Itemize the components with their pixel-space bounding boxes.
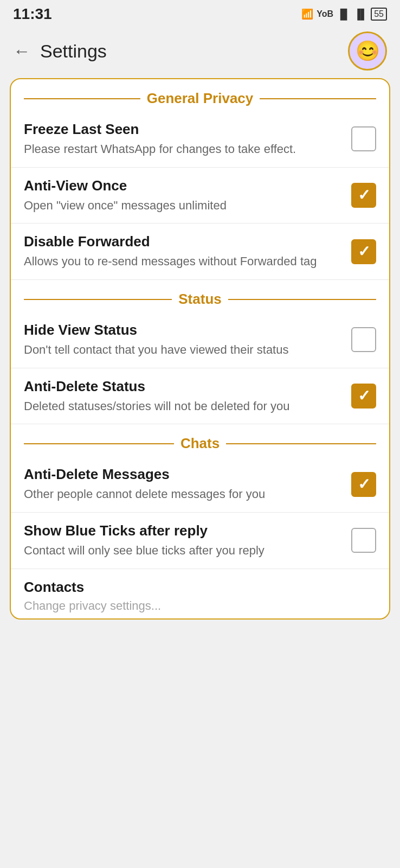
top-bar-left: ← Settings [13, 41, 107, 62]
setting-name: Anti-View Once [24, 177, 340, 194]
avatar[interactable]: 😊 [348, 31, 387, 71]
section-chats: Chats [11, 424, 389, 456]
signal1-icon: ▐▌ [337, 9, 351, 20]
setting-disable-forwarded: Disable Forwarded Allows you to re-send … [11, 224, 389, 280]
battery-icon: 55 [371, 8, 387, 21]
setting-name: Anti-Delete Status [24, 378, 340, 395]
setting-hide-view-status: Hide View Status Don't tell contact that… [11, 312, 389, 368]
setting-anti-delete-messages: Anti-Delete Messages Other people cannot… [11, 456, 389, 513]
section-line-right [226, 443, 376, 444]
section-title-chats: Chats [180, 435, 220, 452]
setting-text: Freeze Last Seen Please restart WhatsApp… [24, 121, 351, 157]
checkbox-disable-forwarded[interactable] [351, 239, 376, 264]
setting-text: Anti-Delete Status Deleted statuses/stor… [24, 378, 351, 414]
checkbox-freeze-last-seen[interactable] [351, 126, 376, 151]
section-line-left [24, 98, 140, 99]
setting-name: Freeze Last Seen [24, 121, 340, 138]
signal2-icon: ▐▌ [354, 9, 368, 20]
back-button[interactable]: ← [13, 41, 30, 61]
setting-text: Show Blue Ticks after reply Contact will… [24, 522, 351, 559]
top-bar: ← Settings 😊 [0, 26, 400, 78]
checkbox-hide-view-status[interactable] [351, 327, 376, 352]
setting-show-blue-ticks: Show Blue Ticks after reply Contact will… [11, 513, 389, 569]
setting-desc: Deleted statuses/stories will not be del… [24, 398, 340, 414]
setting-anti-view-once: Anti-View Once Open "view once" messages… [11, 168, 389, 224]
setting-text: Anti-View Once Open "view once" messages… [24, 177, 351, 214]
setting-name: Disable Forwarded [24, 233, 340, 250]
main-card: General Privacy Freeze Last Seen Please … [10, 78, 390, 620]
checkbox-anti-view-once[interactable] [351, 183, 376, 208]
setting-desc: Don't tell contact that you have viewed … [24, 342, 340, 358]
wifi-icon: 📶 [301, 8, 313, 20]
section-general-privacy: General Privacy [11, 79, 389, 111]
setting-text: Disable Forwarded Allows you to re-send … [24, 233, 351, 270]
setting-desc: Open "view once" messages unlimited [24, 197, 340, 214]
contacts-title: Contacts [24, 579, 376, 596]
setting-text: Anti-Delete Messages Other people cannot… [24, 466, 351, 502]
setting-desc: Please restart WhatsApp for changes to t… [24, 141, 340, 157]
contacts-desc: Change privacy settings... [24, 599, 376, 613]
section-line-left [24, 299, 172, 300]
setting-anti-delete-status: Anti-Delete Status Deleted statuses/stor… [11, 368, 389, 425]
section-line-left [24, 443, 174, 444]
setting-name: Hide View Status [24, 322, 340, 339]
setting-name: Show Blue Ticks after reply [24, 522, 340, 539]
page-title: Settings [40, 41, 107, 62]
setting-desc: Allows you to re-send messages without F… [24, 253, 340, 270]
checkbox-anti-delete-messages[interactable] [351, 472, 376, 497]
status-bar: 11:31 📶 YoB ▐▌ ▐▌ 55 [0, 0, 400, 26]
setting-name: Anti-Delete Messages [24, 466, 340, 483]
checkbox-anti-delete-status[interactable] [351, 384, 376, 409]
section-title-general-privacy: General Privacy [147, 90, 254, 107]
yob-icon: YoB [317, 9, 333, 19]
avatar-emoji: 😊 [356, 40, 380, 62]
checkbox-show-blue-ticks[interactable] [351, 528, 376, 553]
setting-text: Hide View Status Don't tell contact that… [24, 322, 351, 358]
section-title-status: Status [178, 291, 221, 308]
section-status: Status [11, 280, 389, 312]
section-line-right [260, 98, 376, 99]
setting-desc: Other people cannot delete messages for … [24, 486, 340, 502]
setting-freeze-last-seen: Freeze Last Seen Please restart WhatsApp… [11, 111, 389, 168]
setting-desc: Contact will only see blue ticks after y… [24, 542, 340, 559]
status-icons: 📶 YoB ▐▌ ▐▌ 55 [301, 8, 387, 21]
contacts-section: Contacts Change privacy settings... [11, 569, 389, 618]
status-time: 11:31 [13, 5, 52, 23]
section-line-right [228, 299, 376, 300]
